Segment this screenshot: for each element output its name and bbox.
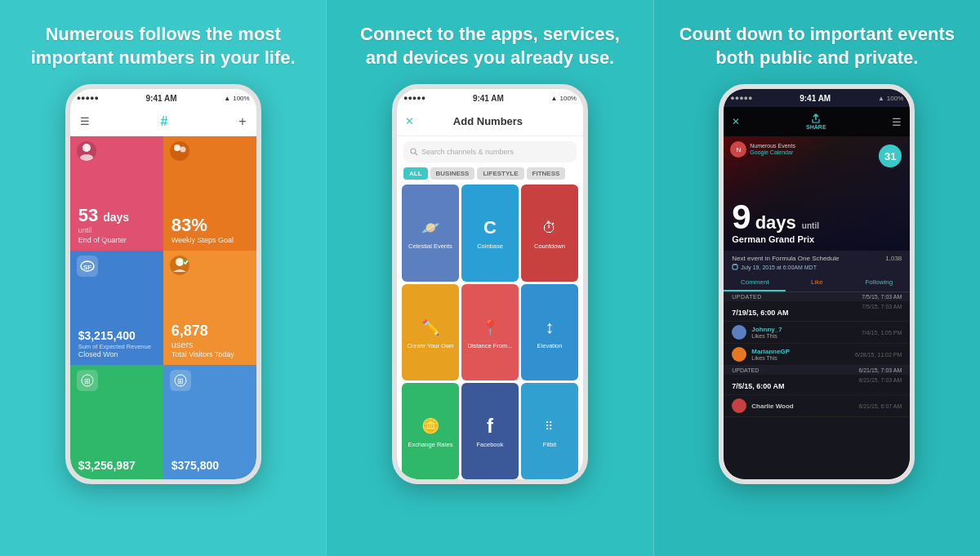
source-avatar: N (730, 141, 746, 158)
section-header-2-date: 6/21/15, 7:03 AM (858, 367, 902, 373)
grid-cell-steps[interactable]: 83% Weekly Steps Goal (163, 136, 256, 251)
cell-label-visitors: Total Visitors Today (172, 350, 248, 358)
share-label: SHARE (806, 124, 826, 130)
phone-2-screen: ●●●●● 9:41 AM ▲ 100% ✕ Add Numbers Searc… (397, 89, 583, 479)
signal-dots-2: ●●●●● (403, 94, 425, 102)
list-item-marianne: MarianneGP Likes This 6/28/15, 11:02 PM (724, 344, 910, 366)
celestial-icon: 🪐 (418, 216, 443, 240)
hero-days-display: 9 days until (732, 200, 902, 234)
panel-2: Connect to the apps, services, and devic… (326, 0, 653, 556)
hero-main-content: 9 days until German Grand Prix (732, 200, 902, 244)
service-fitbit[interactable]: ⠿ Fitbit (521, 383, 578, 479)
svg-point-3 (180, 147, 185, 153)
phone-1-screen: ●●●●● 9:41 AM ▲ 100% ☰ # + (70, 89, 256, 479)
countdown-icon: ⏱ (537, 216, 562, 240)
grid-cell-visitors[interactable]: 6,878 users Total Visitors Today (163, 251, 256, 365)
svg-rect-14 (733, 265, 737, 269)
grid-cell-metric6[interactable]: ⊞ $375,800 (163, 365, 256, 479)
exchange-label: Exchange Rates (408, 441, 452, 448)
tab-all[interactable]: ALL (403, 167, 428, 180)
facebook-icon: f (478, 414, 502, 438)
close-icon-3[interactable]: ✕ (732, 116, 740, 127)
service-coinbase[interactable]: C Coinbase (461, 185, 519, 281)
svg-point-1 (80, 154, 93, 161)
list-section-header-updated: UPDATED 7/5/15, 7:03 AM (724, 292, 910, 301)
signal-dots: ●●●●● (77, 94, 99, 102)
cell-value-revenue: $3,215,400 (78, 330, 155, 341)
svg-point-12 (411, 149, 416, 153)
svg-text:⊞: ⊞ (177, 377, 184, 385)
list-main-item: 7/19/15, 6:00 AM 7/5/15, 7:03 AM (724, 301, 910, 322)
service-create[interactable]: ✏️ Create Your Own (402, 284, 459, 380)
tab-following[interactable]: Following (848, 274, 910, 291)
panel-2-tagline: Connect to the apps, services, and devic… (343, 23, 636, 69)
service-countdown[interactable]: ⏱ Countdown (521, 185, 578, 281)
days-word: days (755, 214, 796, 232)
marianne-content: MarianneGP Likes This (751, 348, 850, 361)
avatar-johnny (732, 325, 746, 340)
marianne-action: Likes This (751, 355, 850, 361)
grid-cell-metric5[interactable]: ⊞ $3,256,987 (70, 365, 163, 479)
menu-icon-3[interactable]: ☰ (892, 116, 902, 128)
main-item-time: 7/19/15, 6:00 AM (732, 309, 788, 317)
service-facebook[interactable]: f Facebook (461, 383, 519, 479)
johnny-action: Likes This (751, 333, 857, 339)
meta-date-row: July 19, 2015 at 6:00AM MDT (732, 264, 902, 270)
svg-text:⊞: ⊞ (84, 377, 91, 385)
section-header-2-label: UPDATED (732, 367, 759, 373)
likes-count: 1,038 (885, 255, 902, 262)
charlie-date: 6/21/15, 6:07 AM (858, 403, 902, 409)
charlie-content: Charlie Wood (751, 403, 853, 410)
panel-3-tagline: Count down to important events both publ… (670, 23, 964, 69)
cell-avatar-1 (77, 141, 96, 161)
service-celestial[interactable]: 🪐 Celestial Events (402, 185, 459, 281)
create-icon: ✏️ (418, 315, 443, 340)
share-button[interactable]: SHARE (806, 113, 826, 130)
svg-line-13 (415, 153, 417, 156)
menu-icon[interactable]: ☰ (80, 115, 90, 127)
event-name: German Grand Prix (732, 234, 902, 244)
svg-text:SF: SF (83, 264, 91, 271)
grid-cell-closed-won[interactable]: SF $3,215,400 Sum of Expected Revenue Cl… (70, 251, 163, 365)
tab-comment[interactable]: Comment (724, 274, 786, 291)
phone-3-app-header: ✕ SHARE ☰ (724, 107, 910, 136)
search-placeholder: Search channels & numbers (421, 148, 514, 156)
countdown-label: Countdown (534, 242, 565, 250)
battery-status-3: ▲ 100% (878, 95, 903, 102)
main-item-updated: 7/5/15, 7:03 AM (862, 304, 902, 309)
time-display-3: 9:41 AM (800, 94, 831, 103)
add-icon[interactable]: + (238, 114, 246, 129)
source-info: Numerous Events Google Calendar (750, 143, 795, 157)
tab-lifestyle[interactable]: LIFESTYLE (477, 167, 523, 180)
svg-point-0 (82, 144, 91, 152)
close-icon-2[interactable]: ✕ (405, 115, 414, 127)
avatar-marianne (732, 347, 746, 362)
phone-3-meta: Next event in Formula One Schedule July … (724, 251, 910, 274)
tab-like[interactable]: Like (786, 274, 848, 291)
service-elevation[interactable]: ↕ Elevation (521, 284, 578, 380)
cell-value-m5: $3,256,987 (78, 460, 155, 471)
phone-1-app-header: ☰ # + (70, 107, 256, 136)
cell-avatar-2 (170, 141, 189, 161)
service-distance[interactable]: 📍 Distance From... (461, 284, 519, 380)
cell-icon-grid2: ⊞ (170, 370, 191, 391)
marianne-date: 6/28/15, 11:02 PM (855, 352, 902, 358)
svg-point-6 (176, 258, 184, 266)
elevation-icon: ↕ (537, 315, 562, 340)
phone-3-status-bar: ●●●●● 9:41 AM ▲ 100% (724, 89, 910, 107)
tab-fitness[interactable]: FITNESS (527, 167, 566, 180)
grid-cell-end-quarter[interactable]: 53 days until End of Quarter (70, 136, 163, 251)
cell-icon-grid1: ⊞ (77, 370, 98, 391)
tab-business[interactable]: BUSINESS (430, 167, 475, 180)
panel-1-tagline: Numerous follows the most important numb… (16, 23, 310, 69)
list-main-item-2: 7/5/15, 6:00 AM 6/21/15, 7:03 AM (724, 375, 910, 395)
phone-3-screen: ●●●●● 9:41 AM ▲ 100% ✕ SHARE ☰ (724, 89, 910, 479)
service-exchange[interactable]: 🪙 Exchange Rates (402, 383, 459, 479)
add-numbers-title: Add Numbers (453, 115, 523, 127)
svg-point-2 (174, 145, 180, 151)
cell-avatar-4 (170, 256, 189, 275)
main-item-2-updated: 6/21/15, 7:03 AM (858, 377, 902, 383)
until-word: until (802, 222, 819, 230)
phone-1-grid: 53 days until End of Quarter 83% Weekly … (70, 136, 256, 479)
phone-2-search-bar[interactable]: Search channels & numbers (403, 141, 577, 162)
